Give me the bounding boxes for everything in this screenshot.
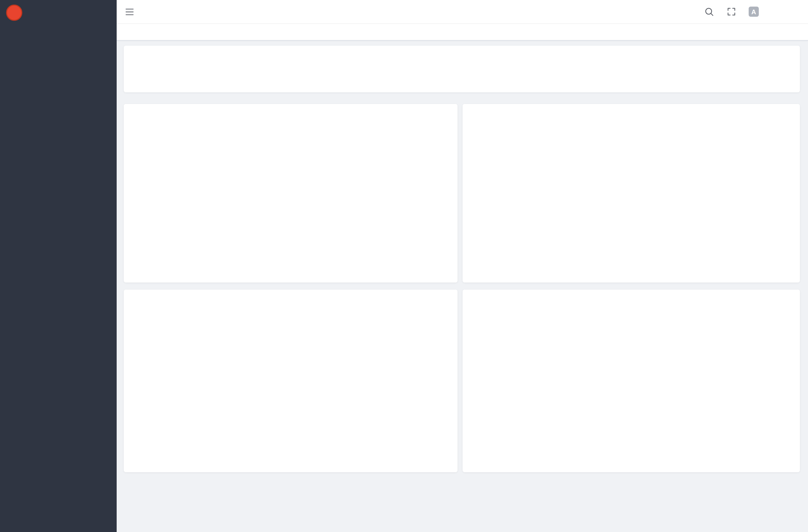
os-pie-card xyxy=(463,290,800,472)
welcome-card xyxy=(124,45,800,92)
logo-icon xyxy=(6,4,22,21)
sidebar xyxy=(0,0,117,532)
font-size-icon[interactable]: A xyxy=(749,6,759,17)
legend-item-total[interactable] xyxy=(296,126,310,132)
search-icon[interactable] xyxy=(704,6,714,17)
bar-chart-plot xyxy=(156,144,445,259)
browser-pie-chart[interactable] xyxy=(286,340,373,427)
main-area: A xyxy=(117,0,808,532)
fullscreen-icon[interactable] xyxy=(726,6,736,17)
charts-row xyxy=(124,104,800,282)
legend-marker xyxy=(271,126,281,132)
content xyxy=(117,41,808,532)
user-avatar xyxy=(131,55,159,83)
hamburger-icon[interactable] xyxy=(125,7,134,17)
pies-row xyxy=(124,290,800,472)
app-root: A xyxy=(0,0,808,532)
legend-item-you[interactable] xyxy=(271,126,285,132)
topbar: A xyxy=(117,0,808,24)
avatar[interactable] xyxy=(772,2,792,21)
os-pie-chart[interactable] xyxy=(624,340,712,427)
logo[interactable] xyxy=(0,0,117,25)
legend-marker xyxy=(296,126,306,132)
tags-bar xyxy=(117,24,808,41)
browser-pie-card xyxy=(124,290,458,472)
chart-legend xyxy=(271,126,310,132)
visit-chart-card xyxy=(124,104,458,282)
tech-stack-card xyxy=(463,104,800,282)
